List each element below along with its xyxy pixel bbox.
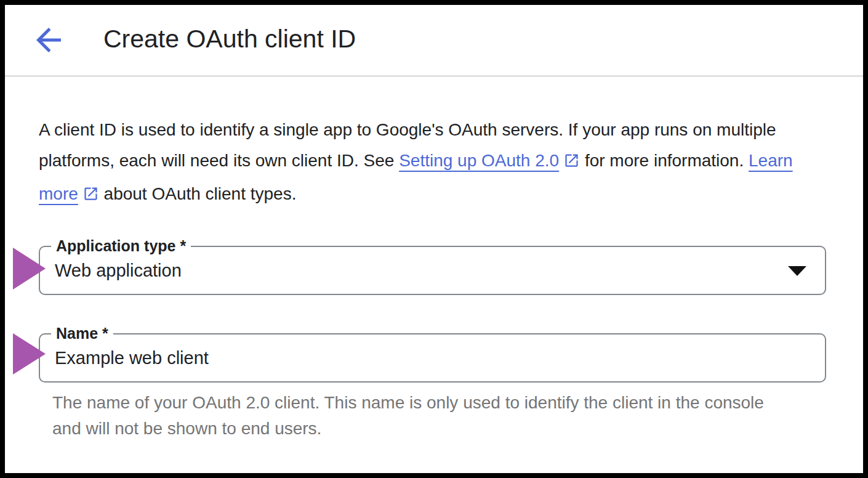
open-in-new-icon — [82, 181, 99, 212]
application-type-select[interactable]: Application type * Web application — [39, 246, 826, 295]
page-title: Create OAuth client ID — [103, 19, 356, 59]
arrow-back-icon — [30, 22, 67, 59]
name-input[interactable] — [40, 334, 825, 381]
open-in-new-icon — [563, 148, 580, 179]
intro-text-3: about OAuth client types. — [99, 184, 297, 203]
name-field: Name * — [39, 333, 826, 383]
back-button[interactable] — [30, 21, 68, 59]
header-divider — [5, 75, 863, 77]
intro-paragraph: A client ID is used to identify a single… — [39, 115, 822, 212]
dropdown-arrow-icon — [788, 266, 806, 276]
intro-text-2: for more information. — [580, 151, 749, 170]
application-type-value: Web application — [55, 247, 182, 294]
create-oauth-client-id-page: Create OAuth client ID A client ID is us… — [0, 0, 868, 478]
setting-up-oauth-link[interactable]: Setting up OAuth 2.0 — [399, 151, 559, 170]
name-helper-text: The name of your OAuth 2.0 client. This … — [52, 390, 766, 442]
